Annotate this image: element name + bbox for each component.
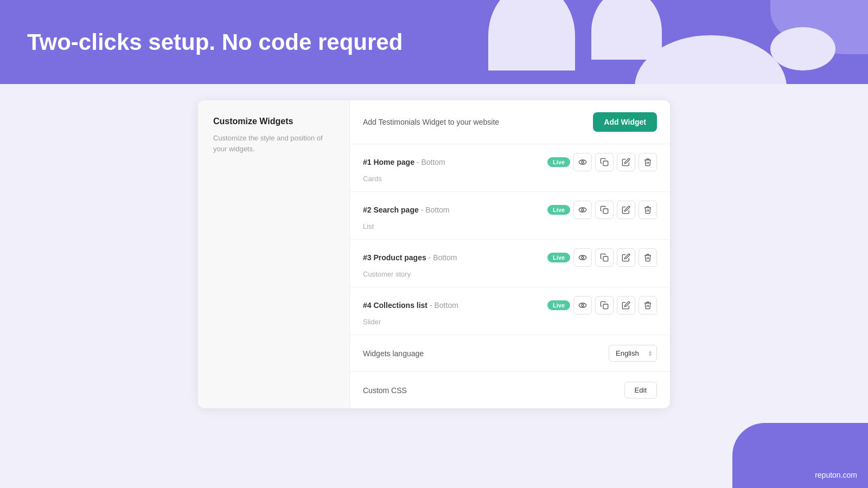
widget-4-copy-button[interactable] bbox=[595, 296, 614, 314]
edit-icon bbox=[622, 206, 630, 214]
trash-icon bbox=[643, 253, 652, 262]
trash-icon bbox=[643, 206, 652, 214]
sidebar-description: Customize the style and position of your… bbox=[213, 133, 334, 154]
widget-item-2: #2 Search page - Bottom Live bbox=[350, 192, 670, 240]
widget-2-status-badge: Live bbox=[547, 205, 570, 215]
widget-2-delete-button[interactable] bbox=[639, 201, 657, 219]
widget-2-view-button[interactable] bbox=[573, 201, 592, 219]
svg-rect-11 bbox=[603, 304, 608, 309]
language-select-wrapper: English Spanish French German bbox=[609, 345, 657, 362]
widget-2-actions: Live bbox=[547, 201, 657, 219]
svg-point-3 bbox=[579, 208, 586, 212]
widget-3-edit-button[interactable] bbox=[617, 248, 635, 267]
header-title: Two-clicks setup. No code requred bbox=[27, 29, 403, 55]
widget-4-delete-button[interactable] bbox=[639, 296, 657, 314]
svg-point-10 bbox=[582, 304, 584, 306]
widget-4-edit-button[interactable] bbox=[617, 296, 635, 314]
svg-point-1 bbox=[582, 161, 584, 163]
widget-item-1: #1 Home page - Bottom Live bbox=[350, 144, 670, 192]
widget-1-copy-button[interactable] bbox=[595, 153, 614, 171]
custom-css-label: Custom CSS bbox=[363, 386, 407, 395]
widget-1-number: #1 Home page bbox=[363, 158, 414, 166]
widget-1-view-button[interactable] bbox=[573, 153, 592, 171]
eye-icon bbox=[578, 253, 587, 262]
widget-2-position: - Bottom bbox=[421, 206, 450, 214]
widget-3-copy-button[interactable] bbox=[595, 248, 614, 267]
widget-2-copy-button[interactable] bbox=[595, 201, 614, 219]
custom-css-section: Custom CSS Edit bbox=[350, 372, 670, 408]
blob-decoration-2 bbox=[591, 0, 662, 60]
widget-item-4: #4 Collections list - Bottom Live bbox=[350, 287, 670, 335]
widget-2-name: #2 Search page - Bottom bbox=[363, 206, 450, 214]
widget-3-status-badge: Live bbox=[547, 253, 570, 262]
copy-icon bbox=[600, 206, 609, 214]
svg-rect-2 bbox=[603, 161, 608, 166]
edit-icon bbox=[622, 301, 630, 310]
widget-4-name: #4 Collections list - Bottom bbox=[363, 301, 458, 310]
widget-4-number: #4 Collections list bbox=[363, 301, 427, 310]
add-widget-label: Add Testimonials Widget to your website bbox=[363, 118, 499, 126]
widget-4-position: - Bottom bbox=[430, 301, 458, 310]
widget-3-delete-button[interactable] bbox=[639, 248, 657, 267]
sidebar: Customize Widgets Customize the style an… bbox=[198, 100, 350, 408]
svg-point-4 bbox=[582, 209, 584, 211]
widget-3-actions: Live bbox=[547, 248, 657, 267]
card-container: Customize Widgets Customize the style an… bbox=[198, 100, 670, 408]
add-widget-button[interactable]: Add Widget bbox=[593, 112, 657, 132]
svg-point-0 bbox=[579, 160, 586, 164]
brand-label: reputon.com bbox=[815, 471, 857, 479]
svg-point-7 bbox=[582, 256, 584, 259]
widget-1-delete-button[interactable] bbox=[639, 153, 657, 171]
widget-2-edit-button[interactable] bbox=[617, 201, 635, 219]
widget-1-type: Cards bbox=[363, 175, 657, 183]
widget-3-position: - Bottom bbox=[429, 253, 457, 262]
sidebar-title: Customize Widgets bbox=[213, 117, 334, 126]
widget-2-number: #2 Search page bbox=[363, 206, 419, 214]
trash-icon bbox=[643, 301, 652, 310]
add-widget-header: Add Testimonials Widget to your website … bbox=[350, 100, 670, 144]
widget-4-actions: Live bbox=[547, 296, 657, 314]
widget-item-3: #3 Product pages - Bottom Live bbox=[350, 240, 670, 287]
blob-decoration-5 bbox=[770, 27, 835, 70]
eye-icon bbox=[578, 301, 587, 310]
main-panel: Add Testimonials Widget to your website … bbox=[350, 100, 670, 408]
widget-2-type: List bbox=[363, 222, 657, 230]
blob-decoration-1 bbox=[488, 0, 575, 70]
widget-1-actions: Live bbox=[547, 153, 657, 171]
copy-icon bbox=[600, 253, 609, 262]
widget-4-view-button[interactable] bbox=[573, 296, 592, 314]
widget-3-type: Customer story bbox=[363, 270, 657, 278]
widget-3-view-button[interactable] bbox=[573, 248, 592, 267]
widget-item-4-header: #4 Collections list - Bottom Live bbox=[363, 296, 657, 314]
widget-4-status-badge: Live bbox=[547, 300, 570, 310]
svg-rect-5 bbox=[603, 209, 608, 214]
custom-css-edit-button[interactable]: Edit bbox=[624, 382, 657, 399]
widget-1-name: #1 Home page - Bottom bbox=[363, 158, 445, 166]
language-section: Widgets language English Spanish French … bbox=[350, 335, 670, 372]
eye-icon bbox=[578, 158, 587, 166]
language-select[interactable]: English Spanish French German bbox=[609, 345, 657, 362]
widget-1-edit-button[interactable] bbox=[617, 153, 635, 171]
svg-point-6 bbox=[579, 255, 586, 260]
copy-icon bbox=[600, 158, 609, 166]
header-banner: Two-clicks setup. No code requred bbox=[0, 0, 868, 84]
edit-icon bbox=[622, 158, 630, 166]
widget-list: #1 Home page - Bottom Live bbox=[350, 144, 670, 335]
eye-icon bbox=[578, 206, 587, 214]
copy-icon bbox=[600, 301, 609, 310]
language-label: Widgets language bbox=[363, 349, 424, 358]
trash-icon bbox=[643, 158, 652, 166]
widget-item-3-header: #3 Product pages - Bottom Live bbox=[363, 248, 657, 267]
main-content: Customize Widgets Customize the style an… bbox=[0, 84, 868, 425]
widget-1-position: - Bottom bbox=[417, 158, 445, 166]
widget-item-2-header: #2 Search page - Bottom Live bbox=[363, 201, 657, 219]
widget-item-1-header: #1 Home page - Bottom Live bbox=[363, 153, 657, 171]
edit-icon bbox=[622, 253, 630, 262]
svg-point-9 bbox=[579, 303, 586, 307]
bottom-decoration: reputon.com bbox=[732, 423, 868, 488]
svg-rect-8 bbox=[603, 256, 608, 261]
widget-3-name: #3 Product pages - Bottom bbox=[363, 253, 457, 262]
widget-1-status-badge: Live bbox=[547, 157, 570, 167]
widget-3-number: #3 Product pages bbox=[363, 253, 426, 262]
widget-4-type: Slider bbox=[363, 318, 657, 326]
